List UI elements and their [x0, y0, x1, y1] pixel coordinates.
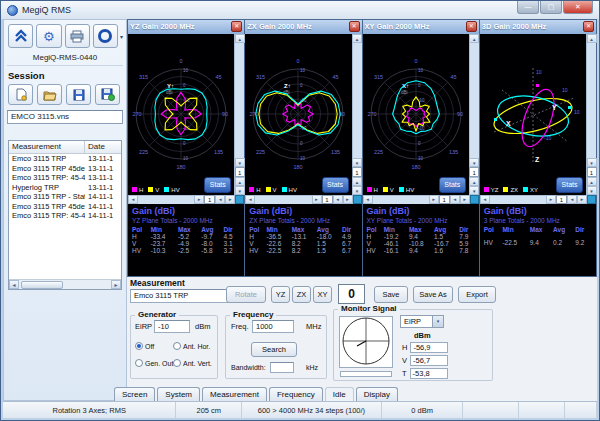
radio-off-icon[interactable]	[135, 342, 143, 350]
plane-yz-button[interactable]: YZ	[271, 286, 290, 303]
plot-horizontal-scrollbar[interactable]: ◄ ► 1 ◄ ►	[128, 195, 244, 204]
chevron-down-icon[interactable]: ▾	[432, 316, 443, 327]
print-button[interactable]	[65, 24, 90, 48]
plane-xy-button[interactable]: XY	[313, 286, 332, 303]
freq-field[interactable]: 1000	[252, 320, 294, 333]
new-session-button[interactable]	[8, 84, 33, 105]
close-icon[interactable]: ✕	[583, 21, 594, 32]
close-icon[interactable]: ✕	[466, 21, 477, 32]
tab-system[interactable]: System	[157, 387, 200, 401]
svg-text:315: 315	[373, 73, 382, 79]
radio-ant-hor-icon[interactable]	[173, 342, 181, 350]
stop-icon	[98, 29, 112, 43]
scroll-down-icon[interactable]: ▼	[235, 158, 245, 167]
plot-horizontal-scrollbar[interactable]: ◄ ► 1 ◄ ►	[245, 195, 361, 204]
plot-vertical-scrollbar[interactable]: ▲ ▼ 1 ▲ ▼	[586, 34, 596, 195]
plot-panel-titlebar[interactable]: 3D Gain 2000 MHz ✕	[480, 20, 596, 34]
scroll-down-icon[interactable]: ▼	[587, 186, 597, 195]
measurement-list-header[interactable]: Measurement Date	[9, 141, 121, 154]
close-button[interactable]: ✕	[563, 1, 593, 14]
scroll-up-icon[interactable]: ▲	[469, 34, 479, 43]
list-item[interactable]: Emco 3115 TRP 45deg ...14-11-1	[9, 202, 121, 212]
session-file-field[interactable]: EMCO 3115.vns	[7, 110, 123, 124]
scroll-up-icon[interactable]: ▲	[352, 177, 362, 186]
stop-button[interactable]	[93, 24, 118, 48]
list-horizontal-scrollbar[interactable]: ◄ ►	[9, 279, 121, 289]
monitor-mode-dropdown[interactable]: EiRP ▾	[400, 315, 444, 328]
stop-dropdown-icon[interactable]: ▾	[120, 33, 123, 40]
search-button[interactable]: Search	[251, 342, 297, 357]
measurement-name-field[interactable]: Emco 3115 TRP	[130, 289, 240, 303]
stats-value: 1.5	[317, 240, 342, 247]
plot-vertical-scrollbar[interactable]: ▲ ▼ 1 ▲ ▼	[469, 34, 479, 195]
scroll-down-icon[interactable]: ▼	[235, 186, 245, 195]
tab-frequency[interactable]: Frequency	[269, 387, 323, 401]
plot-panel-titlebar[interactable]: YZ Gain 2000 MHz ✕	[128, 20, 244, 34]
plot-panel-titlebar[interactable]: XY Gain 2000 MHz ✕	[363, 20, 479, 34]
list-item[interactable]: Emco 3115 TRP: 45-45...13-11-1	[9, 173, 121, 183]
stats-column: Min	[151, 226, 178, 233]
list-item[interactable]: Emco 3115 TRP - Stats14-11-1	[9, 192, 121, 202]
scroll-up-icon[interactable]: ▲	[587, 34, 597, 43]
svg-text:0: 0	[414, 58, 417, 64]
radio-ant-vert-icon[interactable]	[173, 359, 181, 367]
maximize-button[interactable]: ▢	[540, 1, 562, 14]
scroll-right-icon[interactable]: ►	[111, 280, 121, 289]
scroll-up-icon[interactable]: ▲	[352, 34, 362, 43]
save-session-button[interactable]	[66, 84, 91, 105]
stats-button[interactable]: Stats	[556, 177, 583, 193]
stats-column: Pol	[367, 226, 384, 233]
radio-ant-hor[interactable]: Ant. Hor.	[173, 342, 210, 350]
stats-button[interactable]: Stats	[204, 177, 231, 193]
titlebar[interactable]: MegiQ RMS — ▢ ✕	[1, 1, 599, 19]
tab-display[interactable]: Display	[356, 387, 398, 401]
eirp-field[interactable]: -10	[154, 320, 190, 333]
plane-zx-button[interactable]: ZX	[292, 286, 311, 303]
settings-button[interactable]: ⚙	[36, 24, 61, 48]
column-date[interactable]: Date	[85, 141, 121, 153]
stats-button[interactable]: Stats	[322, 177, 349, 193]
list-item[interactable]: Hyperlog TRP13-11-1	[9, 183, 121, 193]
scroll-up-icon[interactable]: ▲	[235, 34, 245, 43]
save-as-button[interactable]: Save As	[413, 286, 453, 303]
radio-gen-out[interactable]: Gen. Out	[135, 359, 173, 367]
scroll-down-icon[interactable]: ▼	[469, 158, 479, 167]
connect-button[interactable]	[8, 24, 33, 48]
open-session-button[interactable]	[37, 84, 62, 105]
bandwidth-field[interactable]	[270, 362, 294, 373]
scroll-down-icon[interactable]: ▼	[352, 158, 362, 167]
radio-gen-out-icon[interactable]	[135, 359, 143, 367]
scroll-left-icon[interactable]: ◄	[9, 280, 19, 289]
scroll-down-icon[interactable]: ▼	[352, 186, 362, 195]
list-item[interactable]: Emco 3115 TRP13-11-1	[9, 154, 121, 164]
scroll-down-icon[interactable]: ▼	[469, 186, 479, 195]
list-item[interactable]: Emco 3115 TRP: 45-45...14-11-1	[9, 211, 121, 221]
scroll-down-icon[interactable]: ▼	[587, 158, 597, 167]
stats-button[interactable]: Stats	[439, 177, 466, 193]
radio-ant-vert[interactable]: Ant. Vert.	[173, 359, 212, 367]
rotate-button[interactable]: Rotate	[226, 286, 266, 303]
minimize-button[interactable]: —	[517, 1, 539, 14]
legend-label: H	[139, 187, 143, 193]
scroll-up-icon[interactable]: ▲	[469, 177, 479, 186]
plot-vertical-scrollbar[interactable]: ▲ ▼ 1 ▲ ▼	[234, 34, 244, 195]
plot-horizontal-scrollbar[interactable]: ◄ ► 1 ◄ ►	[480, 195, 596, 204]
plot-horizontal-scrollbar[interactable]: ◄ ► 1 ◄ ►	[363, 195, 479, 204]
scrollbar-thumb[interactable]	[21, 281, 63, 289]
export-session-button[interactable]	[95, 84, 120, 105]
svg-text:10: 10	[183, 156, 189, 161]
save-button[interactable]: Save	[374, 286, 408, 303]
tab-measurement[interactable]: Measurement	[202, 387, 267, 401]
close-icon[interactable]: ✕	[231, 21, 242, 32]
export-button[interactable]: Export	[458, 286, 496, 303]
scroll-up-icon[interactable]: ▲	[587, 177, 597, 186]
radio-off[interactable]: Off	[135, 342, 154, 350]
plot-panel-titlebar[interactable]: ZX Gain 2000 MHz ✕	[245, 20, 361, 34]
column-measurement[interactable]: Measurement	[9, 141, 85, 153]
scroll-up-icon[interactable]: ▲	[235, 177, 245, 186]
tab-screen[interactable]: Screen	[114, 387, 155, 401]
close-icon[interactable]: ✕	[349, 21, 360, 32]
save-export-icon	[101, 88, 115, 101]
list-item[interactable]: Emco 3115 TRP 45deg ...13-11-1	[9, 164, 121, 174]
plot-vertical-scrollbar[interactable]: ▲ ▼ 1 ▲ ▼	[352, 34, 362, 195]
